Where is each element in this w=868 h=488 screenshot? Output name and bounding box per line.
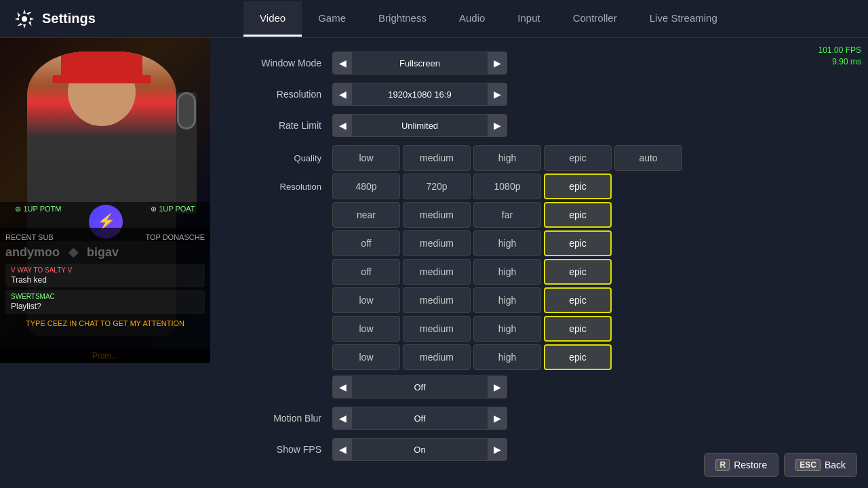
fps-counter: 101.00 FPS 9.90 ms — [818, 45, 861, 68]
sh-high[interactable]: high — [473, 230, 541, 256]
window-mode-next[interactable]: ▶ — [488, 52, 507, 74]
pp-epic[interactable]: epic — [544, 344, 612, 370]
sub-quality-shadows-options: off medium high epic — [332, 230, 612, 256]
restore-label: Restore — [734, 460, 767, 470]
fps-value: 101.00 FPS — [818, 45, 861, 56]
tab-audio[interactable]: Audio — [443, 1, 501, 37]
gear-icon — [14, 8, 35, 30]
nav-title: Settings — [42, 11, 96, 26]
tab-controller[interactable]: Controller — [557, 1, 633, 37]
sh-epic[interactable]: epic — [544, 230, 612, 256]
motion-blur-select[interactable]: ◀ Off ▶ — [332, 407, 507, 430]
third-field-next[interactable]: ▶ — [488, 376, 507, 398]
chat-user-2: SWERTSMAC — [11, 293, 199, 300]
show-fps-select[interactable]: ◀ On ▶ — [332, 438, 507, 461]
sub-quality-resolution-label: Resolution — [237, 182, 332, 192]
resolution-row: Resolution ◀ 1920x1080 16:9 ▶ — [237, 83, 848, 106]
chat-message-1: V WAY TO SALTY V Trash ked — [5, 264, 205, 287]
res-480p[interactable]: 480p — [332, 174, 400, 199]
resolution-prev[interactable]: ◀ — [333, 83, 352, 105]
back-button[interactable]: ESC Back — [784, 453, 857, 477]
tab-input[interactable]: Input — [501, 1, 556, 37]
aa-high[interactable]: high — [473, 259, 541, 285]
show-fps-label: Show FPS — [237, 444, 332, 455]
rate-limit-next[interactable]: ▶ — [488, 115, 507, 136]
quality-medium[interactable]: medium — [403, 145, 471, 171]
tab-brightness[interactable]: Brightness — [362, 1, 443, 37]
chat-overlay: RECENT SUB TOP DONASCHE andymoo ◆ bigav … — [0, 228, 210, 363]
aa-medium[interactable]: medium — [403, 259, 471, 285]
quality-low[interactable]: low — [332, 145, 400, 171]
bottom-buttons: R Restore ESC Back — [704, 453, 857, 477]
sub-quality-row-resolution: Resolution 480p 720p 1080p epic — [237, 174, 848, 199]
window-mode-value: Fullscreen — [352, 58, 488, 68]
vd-far[interactable]: far — [473, 202, 541, 228]
tab-game[interactable]: Game — [302, 1, 362, 37]
quality-auto[interactable]: auto — [614, 145, 682, 171]
fps-ms: 9.90 ms — [818, 56, 861, 68]
res-epic[interactable]: epic — [544, 174, 612, 199]
res-720p[interactable]: 720p — [403, 174, 471, 199]
res-1080p[interactable]: 1080p — [473, 174, 541, 199]
motion-blur-next[interactable]: ▶ — [488, 407, 507, 429]
sub-quality-row-postfx: low medium high epic — [237, 344, 848, 370]
back-label: Back — [825, 460, 846, 470]
tx-medium[interactable]: medium — [403, 287, 471, 313]
sub-quality-row-effects: low medium high epic — [237, 316, 848, 342]
tab-live-streaming[interactable]: Live Streaming — [633, 1, 734, 37]
tab-video[interactable]: Video — [243, 1, 302, 37]
sub-quality-view-dist-options: near medium far epic — [332, 202, 612, 228]
settings-panel: 101.00 FPS 9.90 ms Window Mode ◀ Fullscr… — [217, 38, 868, 488]
vd-epic[interactable]: epic — [544, 202, 612, 228]
motion-blur-prev[interactable]: ◀ — [333, 407, 352, 429]
quality-label: Quality — [237, 153, 332, 163]
ef-low[interactable]: low — [332, 316, 400, 342]
nav-logo: Settings — [14, 8, 96, 30]
resolution-label: Resolution — [237, 89, 332, 100]
sub-quality-row-view-dist: near medium far epic — [237, 202, 848, 228]
tx-epic[interactable]: epic — [544, 287, 612, 313]
aa-epic[interactable]: epic — [544, 259, 612, 285]
sh-off[interactable]: off — [332, 230, 400, 256]
motion-blur-row: Motion Blur ◀ Off ▶ — [237, 407, 848, 430]
ef-medium[interactable]: medium — [403, 316, 471, 342]
sub-quality-postfx-options: low medium high epic — [332, 344, 612, 370]
sub-quality-row-textures: low medium high epic — [237, 287, 848, 313]
restore-button[interactable]: R Restore — [704, 453, 778, 477]
window-mode-row: Window Mode ◀ Fullscreen ▶ — [237, 52, 848, 75]
chat-message-2: SWERTSMAC Playlist? — [5, 290, 205, 314]
ef-epic[interactable]: epic — [544, 316, 612, 342]
main-content: RECENT SUB TOP DONASCHE andymoo ◆ bigav … — [0, 38, 868, 488]
restore-key: R — [715, 459, 730, 471]
nav-tabs: Video Game Brightness Audio Input Contro… — [123, 1, 854, 37]
ef-high[interactable]: high — [473, 316, 541, 342]
resolution-select[interactable]: ◀ 1920x1080 16:9 ▶ — [332, 83, 507, 106]
window-mode-prev[interactable]: ◀ — [333, 52, 352, 74]
pp-low[interactable]: low — [332, 344, 400, 370]
show-fps-next[interactable]: ▶ — [488, 439, 507, 460]
resolution-value: 1920x1080 16:9 — [352, 89, 488, 100]
vd-medium[interactable]: medium — [403, 202, 471, 228]
quality-epic[interactable]: epic — [544, 145, 612, 171]
third-field-select[interactable]: ◀ Off ▶ — [332, 375, 507, 399]
vd-near[interactable]: near — [332, 202, 400, 228]
sub-quality-resolution-options: 480p 720p 1080p epic — [332, 174, 612, 199]
rate-limit-prev[interactable]: ◀ — [333, 115, 352, 136]
sub-quality-row-aa: off medium high epic — [237, 259, 848, 285]
tx-high[interactable]: high — [473, 287, 541, 313]
aa-off[interactable]: off — [332, 259, 400, 285]
pp-medium[interactable]: medium — [403, 344, 471, 370]
show-fps-value: On — [352, 445, 488, 455]
pp-high[interactable]: high — [473, 344, 541, 370]
resolution-next[interactable]: ▶ — [488, 83, 507, 105]
sh-medium[interactable]: medium — [403, 230, 471, 256]
window-mode-select[interactable]: ◀ Fullscreen ▶ — [332, 52, 507, 75]
rate-limit-select[interactable]: ◀ Unlimited ▶ — [332, 114, 507, 137]
username1: andymoo — [5, 245, 60, 259]
show-fps-prev[interactable]: ◀ — [333, 439, 352, 460]
third-field-prev[interactable]: ◀ — [333, 376, 352, 398]
recent-sub-label: RECENT SUB — [5, 233, 54, 241]
quality-high[interactable]: high — [473, 145, 541, 171]
tx-low[interactable]: low — [332, 287, 400, 313]
sub-quality-effects-options: low medium high epic — [332, 316, 612, 342]
